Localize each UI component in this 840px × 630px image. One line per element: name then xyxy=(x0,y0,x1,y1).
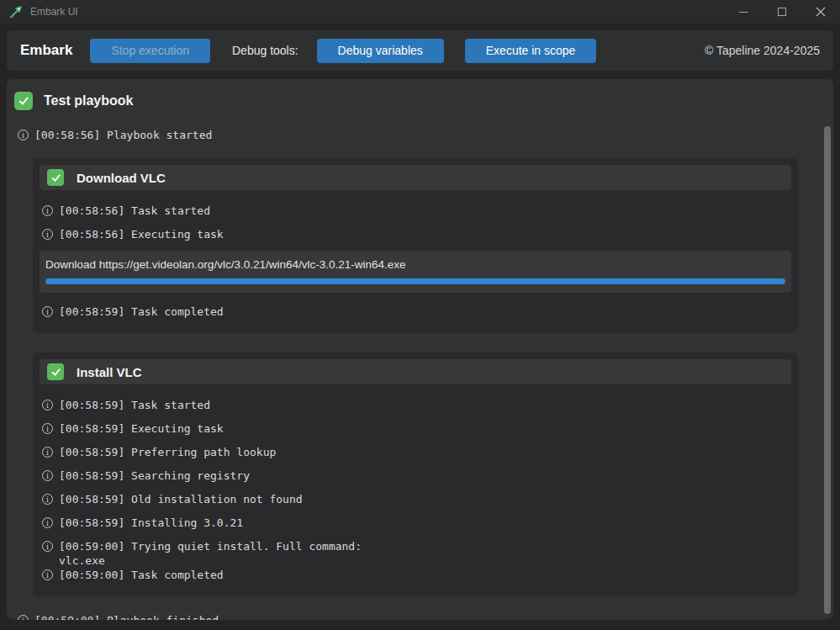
info-icon: i xyxy=(42,205,53,216)
task-status-checkbox[interactable] xyxy=(47,363,64,380)
log-entry: i[00:58:59] Installing 3.0.21 xyxy=(42,516,791,530)
toolbar: Embark Stop execution Debug tools: Debug… xyxy=(7,30,833,71)
log-text: [00:58:56] Playbook started xyxy=(34,128,212,142)
playbook-title: Test playbook xyxy=(44,93,133,109)
log-text: [00:59:00] Trying quiet install. Full co… xyxy=(59,539,362,568)
execute-in-scope-button[interactable]: Execute in scope xyxy=(465,39,597,63)
task-panel-download-vlc: Download VLC i[00:58:56] Task startedi[0… xyxy=(33,158,798,333)
debug-variables-button[interactable]: Debug variables xyxy=(317,39,444,63)
download-progress-label: Download https://get.videolan.org/vlc/3.… xyxy=(45,258,785,271)
log-text: [00:58:59] Installing 3.0.21 xyxy=(59,516,243,530)
minimize-button[interactable] xyxy=(724,0,763,24)
debug-tools-label: Debug tools: xyxy=(232,44,298,57)
log-entry: i[00:59:00] Trying quiet install. Full c… xyxy=(42,539,791,568)
task-header: Install VLC xyxy=(40,359,791,384)
log-entry: i[00:59:00] Task completed xyxy=(42,568,791,582)
info-icon: i xyxy=(18,130,29,140)
info-icon: i xyxy=(42,423,53,434)
download-progress-box: Download https://get.videolan.org/vlc/3.… xyxy=(40,251,791,293)
brand-title: Embark xyxy=(20,42,72,59)
info-icon: i xyxy=(18,615,29,620)
log-text: [00:58:56] Task started xyxy=(59,204,210,218)
log-text: [00:58:59] Task completed xyxy=(59,304,224,319)
task-panel-install-vlc: Install VLC i[00:58:59] Task startedi[00… xyxy=(33,352,798,596)
playbook-log-list-end: i[00:59:00] Playbook finished xyxy=(18,613,822,620)
log-entry: i[00:58:56] Playbook started xyxy=(18,128,822,142)
close-icon xyxy=(816,7,826,17)
info-icon: i xyxy=(42,494,53,505)
maximize-icon xyxy=(778,8,786,16)
log-entry: i[00:58:59] Old installation not found xyxy=(42,492,791,506)
log-entry: i[00:58:59] Task completed xyxy=(42,304,791,319)
playbook-header: Test playbook xyxy=(14,87,822,114)
titlebar: Embark UI xyxy=(0,0,840,24)
app-title: Embark UI xyxy=(30,6,78,18)
scrollbar-thumb[interactable] xyxy=(824,126,831,614)
log-text: [00:59:00] Task completed xyxy=(59,568,224,582)
progress-bar-track xyxy=(45,278,785,284)
progress-bar-fill xyxy=(45,278,785,284)
log-entry: i[00:58:59] Preferring path lookup xyxy=(42,445,791,459)
stop-execution-button[interactable]: Stop execution xyxy=(90,39,210,63)
log-entry: i[00:58:59] Executing task xyxy=(42,421,791,436)
playbook-log-list-start: i[00:58:56] Playbook started xyxy=(18,128,822,142)
log-text: [00:58:59] Searching registry xyxy=(59,469,250,483)
task-title: Install VLC xyxy=(77,365,142,379)
embark-window: Embark UI Embark Stop execution Debug to… xyxy=(0,0,840,630)
log-entry: i[00:58:56] Task started xyxy=(42,204,791,218)
info-icon: i xyxy=(42,306,53,317)
info-icon: i xyxy=(42,447,53,458)
task-log-list: i[00:58:59] Task startedi[00:58:59] Exec… xyxy=(42,398,791,582)
info-icon: i xyxy=(42,400,53,410)
checkmark-icon xyxy=(50,367,61,378)
log-text: [00:58:59] Preferring path lookup xyxy=(59,445,276,459)
log-entry: i[00:58:56] Executing task xyxy=(42,227,791,241)
task-log-list: i[00:58:56] Task startedi[00:58:56] Exec… xyxy=(42,204,791,241)
checkmark-icon xyxy=(18,95,29,107)
close-button[interactable] xyxy=(801,0,840,24)
log-text: [00:59:00] Playbook finished xyxy=(34,613,219,620)
playbook-panel: Test playbook i[00:58:56] Playbook start… xyxy=(7,79,833,620)
info-icon: i xyxy=(42,541,53,552)
log-text: [00:58:59] Old installation not found xyxy=(59,492,303,506)
info-icon: i xyxy=(42,229,53,240)
copyright-text: © Tapeline 2024-2025 xyxy=(705,44,820,57)
app-logo-icon xyxy=(8,5,23,19)
log-text: [00:58:59] Executing task xyxy=(59,421,224,436)
info-icon: i xyxy=(42,569,53,580)
task-title: Download VLC xyxy=(77,171,166,185)
playbook-status-checkbox[interactable] xyxy=(14,92,33,110)
maximize-button[interactable] xyxy=(763,0,801,24)
task-log-list: i[00:58:59] Task completed xyxy=(42,304,791,319)
task-status-checkbox[interactable] xyxy=(47,169,64,186)
log-entry: i[00:58:59] Task started xyxy=(42,398,791,412)
task-header: Download VLC xyxy=(40,165,791,190)
minimize-icon xyxy=(739,12,748,13)
log-text: [00:58:56] Executing task xyxy=(59,227,224,241)
info-icon: i xyxy=(42,517,53,528)
log-entry: i[00:58:59] Searching registry xyxy=(42,469,791,483)
checkmark-icon xyxy=(50,172,61,183)
log-text: [00:58:59] Task started xyxy=(59,398,210,412)
info-icon: i xyxy=(42,470,53,481)
log-entry: i[00:59:00] Playbook finished xyxy=(18,613,822,620)
